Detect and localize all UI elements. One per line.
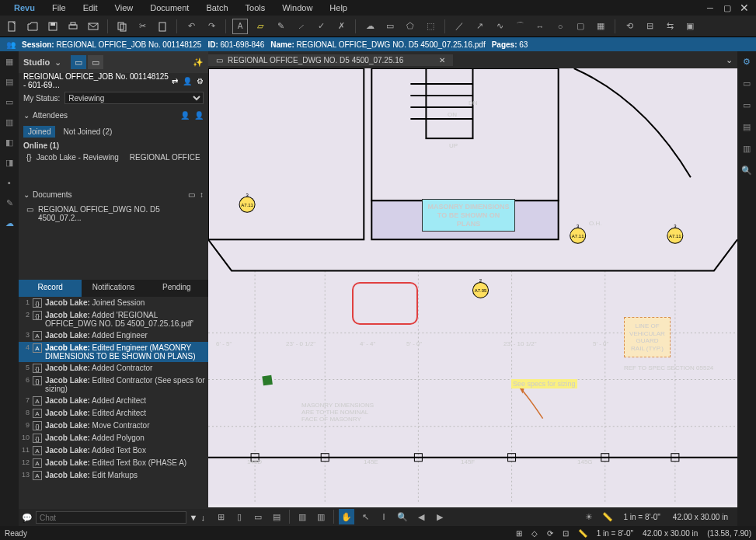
- rr-item-3[interactable]: ▤: [740, 120, 754, 134]
- prev-view-icon[interactable]: ◀: [413, 509, 429, 524]
- line-icon[interactable]: ／: [451, 19, 467, 34]
- layers-icon[interactable]: ◨: [2, 155, 16, 169]
- save-icon[interactable]: [45, 19, 61, 34]
- select-text-icon[interactable]: I: [376, 509, 392, 524]
- record-item[interactable]: 10{}Jacob Lake: Added Polygon: [19, 432, 208, 444]
- masonry-callout[interactable]: MASONRY DIMENSIONS TO BE SHOWN ON PLANS: [422, 199, 515, 232]
- paste-icon[interactable]: [155, 19, 170, 34]
- cut-icon[interactable]: ✂: [134, 19, 150, 34]
- guard-rail-note[interactable]: LINE OF VEHICULAR GUARD RAIL (TYP.): [624, 317, 671, 357]
- menu-batch[interactable]: Batch: [198, 2, 235, 14]
- specs-highlight[interactable]: See specs for sizing: [511, 379, 577, 388]
- single-page-icon[interactable]: ▯: [232, 509, 247, 524]
- doc-sort-icon[interactable]: ↕: [200, 190, 204, 199]
- menu-document[interactable]: Document: [142, 2, 197, 14]
- dimension-icon[interactable]: ↔: [532, 19, 548, 34]
- record-tab[interactable]: Record: [19, 280, 82, 297]
- menu-view[interactable]: View: [107, 2, 141, 14]
- menu-help[interactable]: Help: [322, 2, 355, 14]
- app-name[interactable]: Revu: [6, 2, 43, 14]
- chevron-down-icon[interactable]: ⌄: [23, 111, 30, 120]
- arc-icon[interactable]: ⌒: [512, 19, 528, 34]
- pointer-icon[interactable]: ↖: [357, 509, 373, 524]
- close-tab-icon[interactable]: ✕: [439, 56, 445, 64]
- select-rect-icon[interactable]: ⬚: [423, 19, 438, 34]
- polygon-icon[interactable]: ⬠: [402, 19, 418, 34]
- session-tab[interactable]: ▭: [71, 55, 86, 69]
- add-doc-icon[interactable]: ▭: [188, 190, 195, 199]
- rr-item-1[interactable]: ▭: [740, 76, 754, 90]
- rotate-icon[interactable]: ⟲: [622, 19, 637, 34]
- minimize-button[interactable]: ─: [705, 2, 716, 13]
- record-item[interactable]: 3AJacob Lake: Added Engineer: [19, 329, 208, 342]
- menu-edit[interactable]: Edit: [75, 2, 106, 14]
- new-doc-icon[interactable]: [5, 19, 20, 34]
- document-row[interactable]: ▭ REGIONAL OFFICE_DWG NO. D5 4500_07.2..…: [23, 204, 204, 224]
- pen-icon[interactable]: ✎: [273, 19, 288, 34]
- record-item[interactable]: 9{}Jacob Lake: Move Contractor: [19, 420, 208, 432]
- sign-icon[interactable]: ✗: [333, 19, 349, 34]
- record-item[interactable]: 13AJacob Lake: Edit Markups: [19, 469, 208, 482]
- highlight-icon[interactable]: ▱: [253, 19, 268, 34]
- zoom-icon[interactable]: 🔍: [395, 509, 410, 524]
- status-snap-icon[interactable]: ◇: [531, 529, 538, 538]
- ellipse-icon[interactable]: ○: [552, 19, 568, 34]
- pan-icon[interactable]: ✋: [339, 509, 354, 524]
- notifications-tab[interactable]: Notifications: [82, 280, 145, 297]
- menu-file[interactable]: File: [44, 2, 74, 14]
- add-attendee-icon[interactable]: 👤: [194, 111, 204, 120]
- print-icon[interactable]: [65, 19, 81, 34]
- filter-icon[interactable]: ▼: [190, 513, 198, 522]
- open-icon[interactable]: [25, 19, 40, 34]
- chat-input[interactable]: [36, 511, 186, 524]
- record-item[interactable]: 7AJacob Lake: Added Architect: [19, 395, 208, 407]
- tab-dropdown-icon[interactable]: ⌄: [721, 55, 737, 65]
- record-item[interactable]: 11AJacob Lake: Added Text Box: [19, 444, 208, 457]
- gear-icon[interactable]: ⚙: [740, 54, 754, 68]
- rect-icon[interactable]: ▭: [382, 19, 398, 34]
- nav-first-icon[interactable]: ⊞: [213, 509, 228, 524]
- next-view-icon[interactable]: ▶: [432, 509, 448, 524]
- flip-icon[interactable]: ⇆: [662, 19, 678, 34]
- bookmarks-icon[interactable]: ▤: [2, 75, 16, 89]
- properties-icon[interactable]: ◧: [2, 135, 16, 149]
- measure-icon[interactable]: 📏: [600, 509, 615, 524]
- menu-tools[interactable]: Tools: [238, 2, 273, 14]
- red-cloud-markup[interactable]: [352, 282, 418, 325]
- project-tab[interactable]: ▭: [88, 55, 103, 69]
- record-item[interactable]: 2{}Jacob Lake: Added 'REGIONAL OFFICE_DW…: [19, 309, 208, 329]
- pending-tab[interactable]: Pending: [145, 280, 208, 297]
- undo-icon[interactable]: ↶: [183, 19, 199, 34]
- status-ruler-icon[interactable]: 📏: [578, 529, 587, 538]
- copy-icon[interactable]: [114, 19, 130, 34]
- chevron-down-icon[interactable]: ⌄: [23, 190, 30, 199]
- image-icon[interactable]: ▦: [593, 19, 608, 34]
- signatures-icon[interactable]: ✎: [2, 196, 16, 210]
- attendee-row[interactable]: {} Jacob Lake - Reviewing REGIONAL OFFIC…: [23, 152, 204, 163]
- attendee-icon[interactable]: 👤: [183, 77, 192, 85]
- split-h-icon[interactable]: ▥: [294, 509, 310, 524]
- rr-item-2[interactable]: ▭: [740, 98, 754, 112]
- viewport[interactable]: A7.113 A7.113 A7.113 A7.052 MASONRY DIME…: [208, 68, 737, 507]
- close-button[interactable]: ✕: [739, 2, 750, 13]
- status-grid-icon[interactable]: ⊞: [516, 529, 522, 538]
- sort-icon[interactable]: ↓: [201, 513, 206, 522]
- group-icon[interactable]: ▣: [682, 19, 698, 34]
- tool-chest-icon[interactable]: ▥: [2, 115, 16, 129]
- split-v-icon[interactable]: ▥: [313, 509, 329, 524]
- status-select[interactable]: Reviewing: [64, 92, 204, 104]
- search-icon[interactable]: 🔍: [740, 163, 754, 177]
- not-joined-tab[interactable]: Not Joined (2): [63, 127, 112, 136]
- maximize-button[interactable]: ▢: [722, 2, 733, 13]
- polyline-icon[interactable]: ∿: [492, 19, 507, 34]
- email-icon[interactable]: [85, 19, 101, 34]
- follow-icon[interactable]: 👤: [180, 111, 190, 120]
- dropdown-icon[interactable]: ⌄: [54, 57, 61, 68]
- form-icon[interactable]: ▪: [2, 176, 16, 190]
- invite-icon[interactable]: ⇄: [172, 77, 178, 85]
- stamp-icon[interactable]: ✓: [313, 19, 329, 34]
- record-item[interactable]: 8AJacob Lake: Edited Architect: [19, 407, 208, 420]
- magic-wand-icon[interactable]: ✨: [193, 57, 204, 68]
- align-icon[interactable]: ⊟: [642, 19, 657, 34]
- record-item[interactable]: 12AJacob Lake: Edited Text Box (PHASE A): [19, 457, 208, 469]
